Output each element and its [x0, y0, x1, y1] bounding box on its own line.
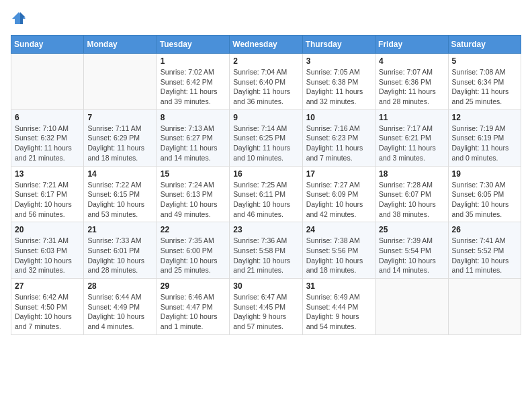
day-cell: 25Sunrise: 7:39 AMSunset: 5:54 PMDayligh… [375, 222, 448, 279]
day-number: 10 [306, 113, 371, 122]
week-row-2: 6Sunrise: 7:10 AMSunset: 6:32 PMDaylight… [11, 109, 521, 166]
day-info: Sunrise: 7:41 AMSunset: 5:52 PMDaylight:… [452, 236, 517, 275]
day-cell: 14Sunrise: 7:22 AMSunset: 6:15 PMDayligh… [84, 166, 157, 222]
week-row-5: 27Sunrise: 6:42 AMSunset: 4:50 PMDayligh… [11, 279, 521, 335]
day-info: Sunrise: 7:04 AMSunset: 6:40 PMDaylight:… [233, 67, 298, 107]
day-number: 31 [306, 281, 371, 291]
page-header [11, 11, 521, 27]
day-info: Sunrise: 7:27 AMSunset: 6:09 PMDaylight:… [306, 180, 371, 220]
day-header-wednesday: Wednesday [230, 36, 302, 54]
day-header-tuesday: Tuesday [157, 36, 229, 54]
day-cell: 5Sunrise: 7:08 AMSunset: 6:34 PMDaylight… [448, 54, 521, 110]
day-info: Sunrise: 7:19 AMSunset: 6:19 PMDaylight:… [452, 124, 517, 163]
day-number: 27 [15, 281, 80, 291]
day-cell: 31Sunrise: 6:49 AMSunset: 4:44 PMDayligh… [302, 279, 375, 335]
day-cell: 27Sunrise: 6:42 AMSunset: 4:50 PMDayligh… [11, 279, 84, 335]
day-number: 29 [161, 281, 226, 291]
day-number: 4 [379, 56, 444, 66]
day-cell: 15Sunrise: 7:24 AMSunset: 6:13 PMDayligh… [157, 166, 229, 222]
day-info: Sunrise: 7:13 AMSunset: 6:27 PMDaylight:… [161, 124, 226, 163]
day-number: 2 [233, 56, 298, 66]
day-number: 17 [306, 169, 371, 179]
day-number: 3 [306, 56, 371, 66]
day-cell: 4Sunrise: 7:07 AMSunset: 6:36 PMDaylight… [375, 54, 448, 110]
day-info: Sunrise: 7:08 AMSunset: 6:34 PMDaylight:… [452, 67, 517, 107]
day-info: Sunrise: 7:14 AMSunset: 6:25 PMDaylight:… [233, 124, 298, 163]
day-info: Sunrise: 6:46 AMSunset: 4:47 PMDaylight:… [161, 292, 226, 332]
day-info: Sunrise: 7:31 AMSunset: 6:03 PMDaylight:… [15, 236, 80, 275]
day-info: Sunrise: 7:21 AMSunset: 6:17 PMDaylight:… [15, 180, 80, 220]
day-cell: 7Sunrise: 7:11 AMSunset: 6:29 PMDaylight… [84, 109, 157, 166]
day-cell: 24Sunrise: 7:38 AMSunset: 5:56 PMDayligh… [302, 222, 375, 279]
week-row-4: 20Sunrise: 7:31 AMSunset: 6:03 PMDayligh… [11, 222, 521, 279]
day-number: 24 [306, 225, 371, 234]
day-cell: 6Sunrise: 7:10 AMSunset: 6:32 PMDaylight… [11, 109, 84, 166]
day-info: Sunrise: 7:25 AMSunset: 6:11 PMDaylight:… [233, 180, 298, 220]
day-header-saturday: Saturday [448, 36, 521, 54]
day-info: Sunrise: 7:17 AMSunset: 6:21 PMDaylight:… [379, 124, 444, 163]
day-cell: 2Sunrise: 7:04 AMSunset: 6:40 PMDaylight… [230, 54, 302, 110]
day-header-monday: Monday [84, 36, 157, 54]
day-cell [11, 54, 84, 110]
day-cell [375, 279, 448, 335]
day-number: 22 [161, 225, 226, 234]
day-header-sunday: Sunday [11, 36, 84, 54]
day-number: 14 [87, 169, 152, 179]
day-info: Sunrise: 7:07 AMSunset: 6:36 PMDaylight:… [379, 67, 444, 107]
day-info: Sunrise: 7:33 AMSunset: 6:01 PMDaylight:… [87, 236, 152, 275]
day-number: 13 [15, 169, 80, 179]
day-number: 20 [15, 225, 80, 234]
day-info: Sunrise: 7:02 AMSunset: 6:42 PMDaylight:… [161, 67, 226, 107]
day-number: 18 [379, 169, 444, 179]
day-cell: 1Sunrise: 7:02 AMSunset: 6:42 PMDaylight… [157, 54, 229, 110]
day-cell: 17Sunrise: 7:27 AMSunset: 6:09 PMDayligh… [302, 166, 375, 222]
day-cell: 22Sunrise: 7:35 AMSunset: 6:00 PMDayligh… [157, 222, 229, 279]
day-number: 19 [452, 169, 517, 179]
day-number: 8 [161, 113, 226, 122]
day-info: Sunrise: 7:39 AMSunset: 5:54 PMDaylight:… [379, 236, 444, 275]
day-cell: 8Sunrise: 7:13 AMSunset: 6:27 PMDaylight… [157, 109, 229, 166]
day-info: Sunrise: 7:24 AMSunset: 6:13 PMDaylight:… [161, 180, 226, 220]
day-number: 25 [379, 225, 444, 234]
day-info: Sunrise: 7:28 AMSunset: 6:07 PMDaylight:… [379, 180, 444, 220]
day-cell [448, 279, 521, 335]
day-info: Sunrise: 7:10 AMSunset: 6:32 PMDaylight:… [15, 124, 80, 163]
day-number: 28 [87, 281, 152, 291]
day-cell: 21Sunrise: 7:33 AMSunset: 6:01 PMDayligh… [84, 222, 157, 279]
day-cell: 29Sunrise: 6:46 AMSunset: 4:47 PMDayligh… [157, 279, 229, 335]
calendar-table: SundayMondayTuesdayWednesdayThursdayFrid… [11, 35, 521, 335]
day-info: Sunrise: 7:11 AMSunset: 6:29 PMDaylight:… [87, 124, 152, 163]
day-number: 1 [161, 56, 226, 66]
day-cell: 9Sunrise: 7:14 AMSunset: 6:25 PMDaylight… [230, 109, 302, 166]
day-info: Sunrise: 6:44 AMSunset: 4:49 PMDaylight:… [87, 292, 152, 332]
week-row-3: 13Sunrise: 7:21 AMSunset: 6:17 PMDayligh… [11, 166, 521, 222]
day-cell: 18Sunrise: 7:28 AMSunset: 6:07 PMDayligh… [375, 166, 448, 222]
day-info: Sunrise: 7:35 AMSunset: 6:00 PMDaylight:… [161, 236, 226, 275]
day-info: Sunrise: 7:30 AMSunset: 6:05 PMDaylight:… [452, 180, 517, 220]
day-info: Sunrise: 6:47 AMSunset: 4:45 PMDaylight:… [233, 292, 298, 332]
day-number: 26 [452, 225, 517, 234]
day-info: Sunrise: 6:42 AMSunset: 4:50 PMDaylight:… [15, 292, 80, 332]
day-cell [84, 54, 157, 110]
logo [11, 11, 30, 27]
day-info: Sunrise: 7:16 AMSunset: 6:23 PMDaylight:… [306, 124, 371, 163]
day-number: 23 [233, 225, 298, 234]
day-header-friday: Friday [375, 36, 448, 54]
day-info: Sunrise: 7:05 AMSunset: 6:38 PMDaylight:… [306, 67, 371, 107]
day-cell: 13Sunrise: 7:21 AMSunset: 6:17 PMDayligh… [11, 166, 84, 222]
day-number: 6 [15, 113, 80, 122]
day-number: 30 [233, 281, 298, 291]
day-number: 5 [452, 56, 517, 66]
day-info: Sunrise: 7:36 AMSunset: 5:58 PMDaylight:… [233, 236, 298, 275]
day-info: Sunrise: 7:38 AMSunset: 5:56 PMDaylight:… [306, 236, 371, 275]
day-cell: 3Sunrise: 7:05 AMSunset: 6:38 PMDaylight… [302, 54, 375, 110]
day-info: Sunrise: 6:49 AMSunset: 4:44 PMDaylight:… [306, 292, 371, 332]
day-cell: 11Sunrise: 7:17 AMSunset: 6:21 PMDayligh… [375, 109, 448, 166]
day-number: 21 [87, 225, 152, 234]
day-number: 9 [233, 113, 298, 122]
day-header-thursday: Thursday [302, 36, 375, 54]
day-number: 15 [161, 169, 226, 179]
week-row-1: 1Sunrise: 7:02 AMSunset: 6:42 PMDaylight… [11, 54, 521, 110]
day-cell: 10Sunrise: 7:16 AMSunset: 6:23 PMDayligh… [302, 109, 375, 166]
calendar-header-row: SundayMondayTuesdayWednesdayThursdayFrid… [11, 36, 521, 54]
